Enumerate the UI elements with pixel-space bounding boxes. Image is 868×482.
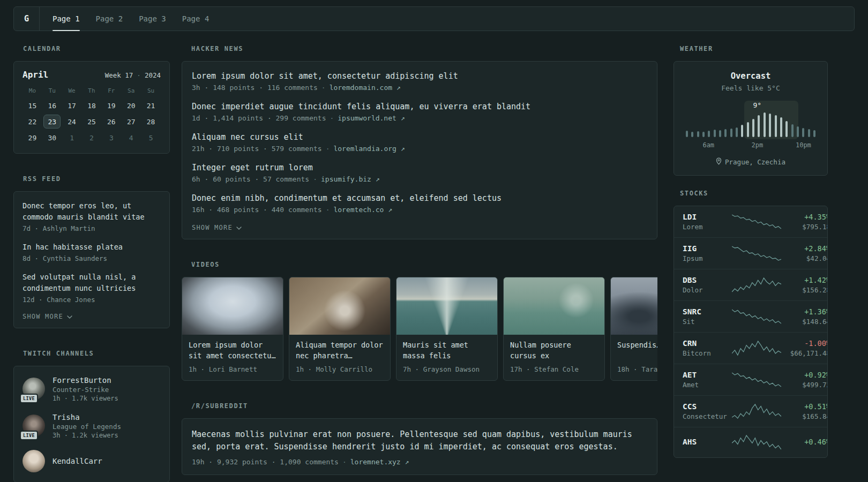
- rss-item[interactable]: In hac habitasse platea 8d · Cynthia Sau…: [23, 242, 161, 262]
- rss-item-title[interactable]: Sed volutpat nulla nisl, a condimentum n…: [23, 272, 161, 294]
- calendar-day[interactable]: 21: [143, 99, 160, 112]
- stock-name: Ipsum: [683, 254, 732, 262]
- hn-item-title[interactable]: Donec enim nibh, condimentum et accumsan…: [192, 193, 647, 203]
- stock-price: $499.72: [781, 381, 828, 389]
- twitch-channel-name[interactable]: KendallCarr: [53, 457, 102, 465]
- hn-item-title[interactable]: Aliquam nec cursus elit: [192, 132, 647, 142]
- hn-item-domain-link[interactable]: loremdomain.com ↗: [330, 84, 401, 92]
- hn-show-more-button[interactable]: SHOW MORE: [192, 224, 647, 231]
- twitch-channel-name[interactable]: ForrestBurton: [53, 376, 118, 385]
- video-card[interactable]: Suspendis… diam 18h · Tara…: [610, 277, 657, 381]
- stock-row[interactable]: SNRC Sit +1.36% $148.64: [674, 300, 827, 332]
- calendar-day[interactable]: 29: [24, 131, 41, 145]
- calendar-day[interactable]: 4: [123, 131, 140, 145]
- calendar-day[interactable]: 20: [123, 99, 140, 112]
- video-thumbnail[interactable]: [182, 277, 283, 335]
- weather-bar: [719, 130, 721, 137]
- calendar-week-label: Week 17: [105, 71, 133, 79]
- video-card[interactable]: Mauris sit amet massa felis 7h · Grayson…: [396, 277, 498, 381]
- calendar-day[interactable]: 17: [63, 99, 80, 112]
- video-card[interactable]: Aliquam tempor dolor nec pharetra… 1h · …: [289, 277, 391, 381]
- video-thumbnail[interactable]: [611, 277, 657, 335]
- rss-item[interactable]: Donec tempor eros leo, ut commodo mauris…: [23, 200, 161, 232]
- weather-bars: [686, 111, 815, 137]
- video-title[interactable]: Lorem ipsum dolor sit amet consectetu…: [189, 340, 276, 361]
- stocks-section-title: STOCKS: [680, 190, 828, 197]
- dot-separator: ·: [326, 145, 330, 153]
- video-thumbnail[interactable]: [504, 277, 604, 335]
- video-thumbnail[interactable]: [396, 277, 497, 335]
- hn-item-domain-link[interactable]: ipsumworld.net ↗: [338, 114, 405, 122]
- twitch-channel-row[interactable]: LIVE Trisha League of Legends 3h · 1.2k …: [23, 413, 161, 439]
- hn-item-domain-link[interactable]: loremtech.co ↗: [333, 206, 392, 214]
- dot-separator: ·: [137, 71, 141, 79]
- twitch-channel-info: KendallCarr: [53, 457, 102, 465]
- hn-item-title[interactable]: Integer eget rutrum lorem: [192, 163, 647, 172]
- weather-bar: [691, 132, 693, 137]
- twitch-channel-row[interactable]: KendallCarr: [23, 450, 161, 472]
- calendar-day[interactable]: 18: [83, 99, 100, 112]
- subreddit-post-domain-link[interactable]: loremnet.xyz ↗: [350, 458, 409, 466]
- tab-page-3[interactable]: Page 3: [139, 7, 166, 31]
- stock-row[interactable]: AET Amet +0.92% $499.72: [674, 364, 827, 395]
- calendar-day[interactable]: 26: [103, 115, 120, 129]
- tab-page-4[interactable]: Page 4: [182, 7, 209, 31]
- tab-page-1[interactable]: Page 1: [53, 7, 80, 31]
- hn-item-domain-link[interactable]: loremlandia.org ↗: [333, 145, 405, 153]
- hn-item-title[interactable]: Donec imperdiet augue tincidunt felis al…: [192, 102, 647, 111]
- stocks-widget: LDI Lorem +4.35% $795.18 IIG Ipsum: [674, 206, 828, 458]
- stock-id: AHS: [683, 438, 732, 448]
- calendar-day[interactable]: 16: [43, 99, 61, 112]
- hn-item-title[interactable]: Lorem ipsum dolor sit amet, consectetur …: [192, 71, 647, 81]
- video-title[interactable]: Aliquam tempor dolor nec pharetra…: [296, 340, 384, 361]
- stock-row[interactable]: CCS Consectetur +0.51% $165.84: [674, 395, 827, 427]
- stock-symbol: IIG: [683, 244, 732, 253]
- calendar-day[interactable]: 1: [63, 131, 80, 145]
- stock-sparkline: [732, 371, 781, 388]
- tab-page-2[interactable]: Page 2: [96, 7, 123, 31]
- twitch-channel-name[interactable]: Trisha: [53, 413, 121, 421]
- calendar-day[interactable]: 3: [103, 131, 120, 145]
- video-card[interactable]: Nullam posuere cursus ex 17h · Stefan Co…: [503, 277, 605, 381]
- app-logo[interactable]: G: [14, 7, 40, 31]
- calendar-day[interactable]: 5: [143, 131, 160, 145]
- stock-row[interactable]: LDI Lorem +4.35% $795.18: [674, 206, 827, 237]
- rss-show-more-button[interactable]: SHOW MORE: [23, 313, 161, 320]
- stock-change: +2.84%: [781, 244, 828, 253]
- rss-item-title[interactable]: In hac habitasse platea: [23, 242, 161, 253]
- calendar-day[interactable]: 28: [143, 115, 160, 129]
- calendar-day[interactable]: 25: [83, 115, 100, 129]
- rss-item-title[interactable]: Donec tempor eros leo, ut commodo mauris…: [23, 200, 161, 223]
- video-title[interactable]: Nullam posuere cursus ex: [510, 340, 598, 361]
- stock-values: +0.92% $499.72: [781, 371, 828, 389]
- videos-section: VIDEOS Lorem ipsum dolor sit amet consec…: [182, 261, 657, 381]
- video-card[interactable]: Lorem ipsum dolor sit amet consectetu… 1…: [182, 277, 283, 381]
- weather-location: Prague, Czechia: [725, 158, 785, 166]
- calendar-day[interactable]: 2: [83, 131, 100, 145]
- rss-item[interactable]: Sed volutpat nulla nisl, a condimentum n…: [23, 272, 161, 304]
- video-title[interactable]: Suspendis… diam: [617, 340, 657, 361]
- calendar-day[interactable]: 30: [43, 131, 61, 145]
- stock-row[interactable]: DBS Dolor +1.42% $156.28: [674, 269, 827, 300]
- subreddit-widget: Maecenas mollis pulvinar erat non posuer…: [182, 418, 657, 475]
- subreddit-post-title[interactable]: Maecenas mollis pulvinar erat non posuer…: [192, 428, 647, 454]
- hn-item-meta: 21h · 710 points · 579 comments · loreml…: [192, 145, 647, 153]
- stock-change: +1.36%: [781, 307, 828, 316]
- subreddit-post-meta: 19h · 9,932 points · 1,090 comments · lo…: [192, 458, 647, 466]
- stock-row[interactable]: AHS +0.46%: [674, 427, 827, 457]
- stock-row[interactable]: CRN Bitcorn -1.00% $66,171.48: [674, 332, 827, 364]
- stocks-section: STOCKS LDI Lorem +4.35% $795.18: [674, 190, 828, 458]
- calendar-day[interactable]: 23: [43, 115, 61, 129]
- calendar-day[interactable]: 24: [63, 115, 80, 129]
- calendar-day[interactable]: 19: [103, 99, 120, 112]
- calendar-day[interactable]: 15: [24, 99, 41, 112]
- video-title[interactable]: Mauris sit amet massa felis: [403, 340, 491, 361]
- calendar-day[interactable]: 27: [123, 115, 140, 129]
- twitch-channel-row[interactable]: LIVE ForrestBurton Counter-Strike 1h · 1…: [23, 376, 161, 402]
- hn-item-domain-link[interactable]: ipsumify.biz ↗: [321, 175, 380, 183]
- video-thumbnail[interactable]: [289, 277, 390, 335]
- calendar-day[interactable]: 22: [24, 115, 41, 129]
- stock-symbol: DBS: [683, 276, 732, 284]
- stock-row[interactable]: IIG Ipsum +2.84% $42.04: [674, 237, 827, 269]
- video-meta: 1h · Molly Carrillo: [296, 365, 384, 373]
